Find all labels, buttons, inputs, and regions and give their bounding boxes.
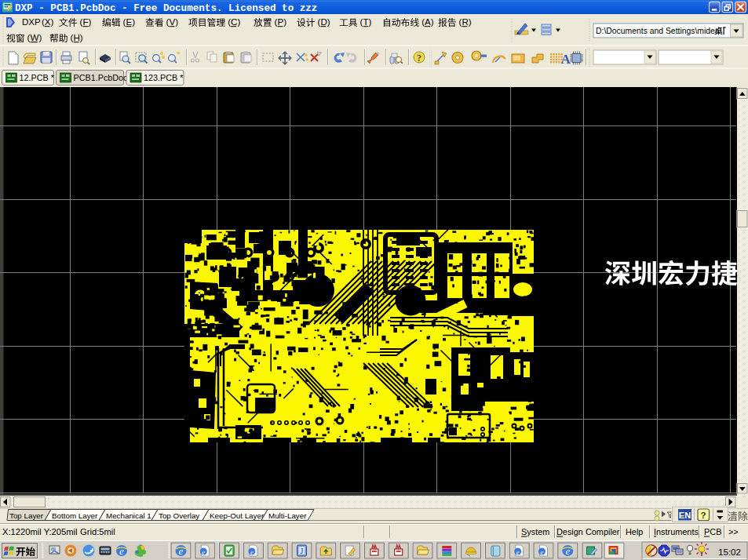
svg-text:e: e xyxy=(516,548,520,556)
svg-text:(X): (X) xyxy=(42,16,54,27)
svg-text:(D): (D) xyxy=(318,16,330,27)
svg-text:DXP - PCB1.PcbDoc - Free Docum: DXP - PCB1.PcbDoc - Free Documents. Lice… xyxy=(15,3,317,14)
svg-text:15:02: 15:02 xyxy=(718,547,741,557)
svg-text:(P): (P) xyxy=(275,16,287,27)
svg-text:DXP: DXP xyxy=(22,16,41,27)
svg-text:Top Layer: Top Layer xyxy=(9,511,44,520)
svg-text:e: e xyxy=(119,545,124,557)
svg-text:Grid:5mil: Grid:5mil xyxy=(80,527,115,536)
svg-text:J: J xyxy=(301,547,304,555)
svg-text:(T): (T) xyxy=(360,16,372,27)
svg-text:Mechanical 1: Mechanical 1 xyxy=(106,511,151,520)
svg-text:Top Overlay: Top Overlay xyxy=(159,511,199,520)
svg-text:PCB1.PcbDoc: PCB1.PcbDoc xyxy=(74,73,129,82)
svg-text:Keep-Out Layer: Keep-Out Layer xyxy=(210,511,265,520)
svg-text:Multi-Layer: Multi-Layer xyxy=(268,511,307,520)
svg-text:D:\Documents and Settings\mide: D:\Documents and Settings\midea\ xyxy=(596,27,722,35)
svg-text:e: e xyxy=(565,545,570,557)
svg-text:Help: Help xyxy=(626,527,643,536)
svg-text:?: ? xyxy=(417,53,421,64)
svg-text:12.PCB *: 12.PCB * xyxy=(20,73,55,82)
svg-text:EN: EN xyxy=(679,511,691,520)
svg-text:>>: >> xyxy=(728,527,739,536)
svg-text:e: e xyxy=(179,545,184,557)
svg-text:(V): (V) xyxy=(166,16,179,27)
svg-text:(F): (F) xyxy=(80,16,92,27)
svg-text:PCB: PCB xyxy=(704,527,721,536)
svg-text:Design Compiler: Design Compiler xyxy=(556,527,620,536)
svg-text:(W): (W) xyxy=(27,32,42,42)
svg-text:123.PCB *: 123.PCB * xyxy=(144,73,184,82)
svg-text:(A): (A) xyxy=(421,16,434,27)
svg-text:Bottom Layer: Bottom Layer xyxy=(52,511,98,520)
svg-text:A: A xyxy=(561,52,571,67)
svg-text:X:1220mil Y:205mil: X:1220mil Y:205mil xyxy=(2,527,78,536)
svg-text:Instruments: Instruments xyxy=(654,527,699,536)
svg-text:(H): (H) xyxy=(71,32,83,42)
svg-text:(E): (E) xyxy=(123,16,136,27)
svg-text:e: e xyxy=(202,548,205,556)
svg-text:(C): (C) xyxy=(228,16,240,27)
svg-text:System: System xyxy=(521,527,549,536)
svg-text:e: e xyxy=(250,548,254,556)
svg-text:(R): (R) xyxy=(459,16,472,27)
svg-text:e: e xyxy=(541,548,544,556)
svg-text:?: ? xyxy=(700,511,706,520)
